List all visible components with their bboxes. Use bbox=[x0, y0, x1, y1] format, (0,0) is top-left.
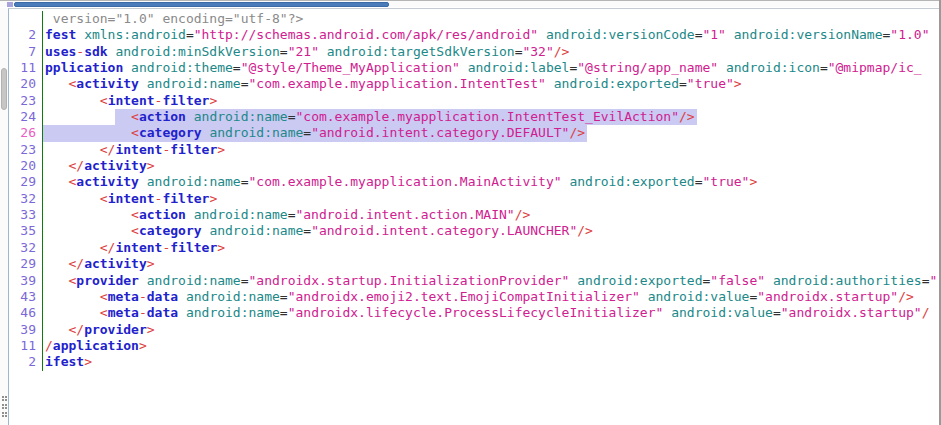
token bbox=[45, 191, 100, 206]
token: "32" bbox=[522, 44, 553, 59]
token: "androidx.lifecycle.ProcessLifecycleInit… bbox=[288, 305, 664, 320]
line-number: 26 bbox=[9, 125, 43, 141]
line-number: 43 bbox=[9, 289, 43, 305]
token: activity bbox=[84, 256, 147, 271]
token: android:name bbox=[209, 223, 303, 238]
token: "android.intent.category.DEFAULT" bbox=[311, 125, 569, 140]
line-number bbox=[9, 11, 43, 27]
token: /> bbox=[577, 223, 593, 238]
token bbox=[139, 273, 147, 288]
code-line: 7uses-sdk android:minSdkVersion="21" and… bbox=[9, 44, 939, 60]
token: < bbox=[100, 289, 108, 304]
token: android:exported bbox=[554, 76, 679, 91]
token: android:minSdkVersion bbox=[115, 44, 279, 59]
token: > bbox=[147, 158, 155, 173]
token: < bbox=[131, 109, 139, 124]
code-text: </activity> bbox=[43, 256, 939, 272]
token: "21" bbox=[288, 44, 319, 59]
code-line: 33 <action android:name="android.intent.… bbox=[9, 207, 939, 223]
token: filter bbox=[162, 191, 209, 206]
token bbox=[45, 273, 68, 288]
token bbox=[765, 273, 773, 288]
token: > bbox=[147, 256, 155, 271]
token: "com.example.myapplication.IntentTest_Ev… bbox=[295, 109, 679, 124]
code-text: version="1.0" encoding="utf-8"?> bbox=[43, 11, 939, 27]
token bbox=[123, 60, 131, 75]
token: meta bbox=[108, 289, 139, 304]
code-line: 29 <activity android:name="com.example.m… bbox=[9, 174, 939, 190]
horizontal-scrollbar[interactable] bbox=[0, 0, 941, 7]
token: "android.intent.category.LAUNCHER" bbox=[311, 223, 577, 238]
token: " bbox=[929, 273, 937, 288]
token: android:label bbox=[468, 60, 570, 75]
token: "com.example.myapplication.MainActivity" bbox=[249, 174, 562, 189]
token: "androidx.startup.InitializationProvider… bbox=[249, 273, 570, 288]
token bbox=[115, 109, 131, 124]
token: android:name bbox=[209, 125, 303, 140]
token: action bbox=[139, 109, 186, 124]
token: filter bbox=[170, 142, 217, 157]
splitter-grip-icon[interactable] bbox=[2, 412, 4, 414]
code-text: pplication android:theme="@style/Theme_M… bbox=[43, 60, 939, 76]
token bbox=[45, 174, 68, 189]
code-text: <intent-filter> bbox=[43, 191, 939, 207]
horizontal-scrollbar-thumb[interactable] bbox=[14, 2, 389, 7]
token: = bbox=[773, 305, 781, 320]
token: android:name bbox=[194, 109, 288, 124]
selection-highlight: <category android:name="android.intent.c… bbox=[43, 125, 587, 141]
token: = bbox=[280, 289, 288, 304]
token bbox=[139, 76, 147, 91]
token: < bbox=[131, 207, 139, 222]
code-text: fest xmlns:android="http://schemas.andro… bbox=[43, 27, 939, 43]
token: android:name bbox=[147, 273, 241, 288]
splitter-grip-icon[interactable] bbox=[2, 396, 4, 398]
token: "@mipmap/ic_ bbox=[828, 60, 922, 75]
token: "androidx.startup" bbox=[781, 305, 922, 320]
code-text: <category android:name="android.intent.c… bbox=[43, 125, 939, 141]
token: < bbox=[100, 93, 108, 108]
token: android:icon bbox=[726, 60, 820, 75]
code-line: version="1.0" encoding="utf-8"?> bbox=[9, 11, 939, 27]
token: "@style/Theme_MyApplication" bbox=[241, 60, 460, 75]
code-text: </activity> bbox=[43, 158, 939, 174]
token: = bbox=[280, 305, 288, 320]
line-number: 29 bbox=[9, 256, 43, 272]
token: > bbox=[84, 354, 92, 369]
line-number: 2 bbox=[9, 27, 43, 43]
token bbox=[45, 305, 100, 320]
token: "androidx.startup" bbox=[757, 289, 898, 304]
token: / bbox=[45, 338, 53, 353]
line-number: 23 bbox=[9, 142, 43, 158]
token bbox=[319, 44, 327, 59]
token: intent bbox=[115, 142, 162, 157]
token: < bbox=[131, 125, 139, 140]
vertical-scrollbar-thumb[interactable] bbox=[1, 68, 7, 110]
token: android:versionName bbox=[734, 27, 883, 42]
token bbox=[45, 142, 100, 157]
line-number: 20 bbox=[9, 76, 43, 92]
token: < bbox=[100, 191, 108, 206]
token: = bbox=[303, 125, 311, 140]
token: android:versionCode bbox=[546, 27, 695, 42]
code-text: <activity android:name="com.example.myap… bbox=[43, 174, 939, 190]
code-area[interactable]: version="1.0" encoding="utf-8"?>2fest xm… bbox=[8, 8, 939, 425]
token: > bbox=[749, 174, 757, 189]
token: intent bbox=[108, 191, 155, 206]
vertical-scrollbar[interactable] bbox=[0, 8, 8, 425]
token: ifest bbox=[45, 354, 84, 369]
code-line: 23 </intent-filter> bbox=[9, 142, 939, 158]
line-number: 2 bbox=[9, 354, 43, 370]
token: "false" bbox=[710, 273, 765, 288]
token: activity bbox=[84, 158, 147, 173]
token bbox=[546, 76, 554, 91]
token: = bbox=[280, 44, 288, 59]
token: = bbox=[303, 223, 311, 238]
code-line: 29 </activity> bbox=[9, 256, 939, 272]
token bbox=[45, 158, 68, 173]
token bbox=[45, 256, 68, 271]
code-text: /application> bbox=[43, 338, 939, 354]
code-text: ifest> bbox=[43, 354, 939, 370]
splitter-grip-icon[interactable] bbox=[2, 404, 4, 406]
line-number: 23 bbox=[9, 93, 43, 109]
token: = bbox=[241, 174, 249, 189]
